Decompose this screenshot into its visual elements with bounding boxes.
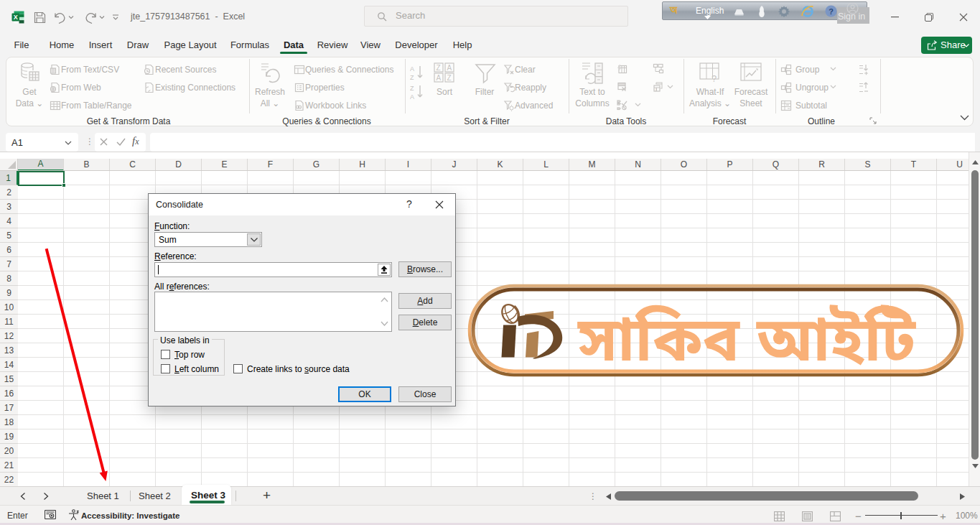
svg-text:Z: Z [437, 64, 441, 72]
svg-text:Z: Z [410, 74, 414, 80]
svg-text:A: A [447, 64, 452, 72]
svg-text:A: A [437, 74, 442, 82]
svg-text:Z: Z [447, 74, 452, 82]
svg-text:X: X [14, 14, 18, 21]
svg-text:?: ? [711, 73, 717, 83]
svg-text:?: ? [829, 7, 834, 16]
svg-text:A: A [410, 65, 414, 73]
